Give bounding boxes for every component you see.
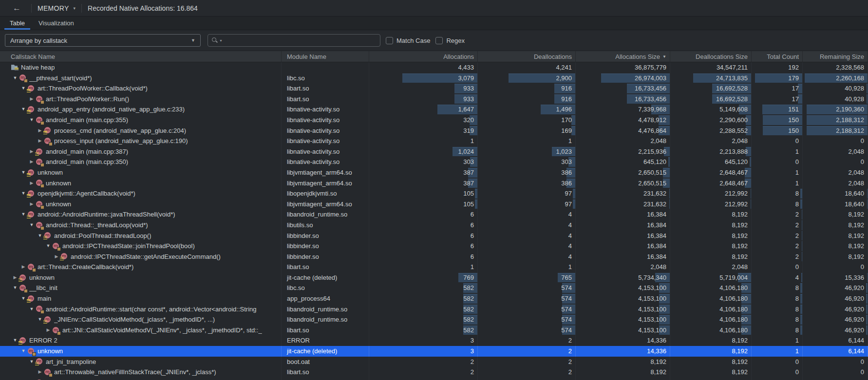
table-row-art-quick-to-interpreter-bridg[interactable]: ▶art_quick_to_interpreter_bridgelibart.s… xyxy=(0,378,868,380)
tree-expand-icon[interactable]: ▼ xyxy=(19,346,27,357)
tree-expand-icon[interactable]: ▼ xyxy=(28,115,36,126)
tree-expand-icon[interactable]: ▼ xyxy=(19,209,27,220)
tree-collapse-icon[interactable]: ▶ xyxy=(53,252,60,262)
value-cell: 320 xyxy=(369,115,478,126)
table-row-art-jni-trampoline[interactable]: ▼art_jni_trampolineboot.oat228,1928,1920… xyxy=(0,357,868,367)
value-cell: 5,734,340 xyxy=(576,272,670,283)
table-row-android-androidruntime-start-c[interactable]: ▼android::AndroidRuntime::start(char con… xyxy=(0,304,868,315)
tree-expand-icon[interactable]: ▼ xyxy=(36,231,44,241)
table-row-android-app-entry-android-nati[interactable]: ▼android_app_entry (android_native_app_g… xyxy=(0,104,868,115)
tree-expand-icon[interactable]: ▼ xyxy=(28,220,36,231)
table-row-android-thread-threadloop-void[interactable]: ▼android::Thread::_threadLoop(void*)libu… xyxy=(0,220,868,231)
column-header-remaining-size[interactable]: Remaining Size xyxy=(803,51,868,62)
value-cell: 0 xyxy=(752,367,803,378)
table-row-android-poolthread-threadloop[interactable]: ▼android::PoolThread::threadLoop()libbin… xyxy=(0,231,868,241)
column-header-module-name[interactable]: Module Name xyxy=(282,51,369,62)
column-header-deallocations[interactable]: Deallocations xyxy=(478,51,576,62)
module-name: libnative-activity.so xyxy=(282,115,369,126)
value-text: 16,384 xyxy=(647,253,670,260)
tree-collapse-icon[interactable]: ▶ xyxy=(36,367,44,378)
table-row-android-main-main-cpp-387[interactable]: ▶android_main (main.cpp:387)libnative-ac… xyxy=(0,146,868,157)
allocation-method-icon xyxy=(27,295,36,303)
table-row-main[interactable]: ▼mainapp_process645825744,153,1004,106,1… xyxy=(0,293,868,304)
table-row-android-ipcthreadstate-jointhr[interactable]: ▼android::IPCThreadState::joinThreadPool… xyxy=(0,241,868,252)
table-row-pthread-start-void[interactable]: ▼__pthread_start(void*)libc.so3,0792,900… xyxy=(0,73,868,84)
tree-expand-icon[interactable]: ▼ xyxy=(11,335,19,346)
table-row-unknown[interactable]: ▼unknownjit-cache (deleted)3214,3368,192… xyxy=(0,346,868,357)
tree-expand-icon[interactable]: ▼ xyxy=(19,167,27,178)
table-row-process-input-android-native-a[interactable]: ▶process_input (android_native_app_glue.… xyxy=(0,136,868,146)
match-case-checkbox[interactable]: Match Case xyxy=(386,37,430,44)
value-cell: 97 xyxy=(478,199,576,210)
tree-collapse-icon[interactable]: ▶ xyxy=(44,325,52,336)
value-cell: 574 xyxy=(478,304,576,315)
column-header-callstack-name[interactable]: Callstack Name xyxy=(0,51,282,62)
tree-expand-icon[interactable]: ▼ xyxy=(11,73,19,84)
arrange-by-dropdown[interactable]: Arrange by callstack ▼ xyxy=(5,34,201,47)
table-row-art-threadpoolworker-callback-[interactable]: ▼art::ThreadPoolWorker::Callback(void*)l… xyxy=(0,83,868,94)
session-title[interactable]: MEMORY xyxy=(38,4,69,12)
table-row-unknown[interactable]: ▶unknownjit-cache (deleted)7697655,734,3… xyxy=(0,272,868,283)
value-text: 4,153,100 xyxy=(638,316,670,323)
tree-collapse-icon[interactable]: ▶ xyxy=(36,126,44,136)
back-icon[interactable]: ← xyxy=(13,3,25,13)
search-options-caret-icon[interactable]: ▼ xyxy=(219,39,223,42)
table-row-unknown[interactable]: ▶unknownlibjvmtiagent_arm64.so3873862,65… xyxy=(0,178,868,189)
tree-collapse-icon[interactable]: ▶ xyxy=(19,262,27,272)
tree-expand-icon[interactable]: ▼ xyxy=(19,104,27,115)
module-name: libjvmtiagent_arm64.so xyxy=(282,199,369,210)
table-row-process-cmd-android-native-app[interactable]: ▶process_cmd (android_native_app_glue.c:… xyxy=(0,126,868,136)
tree-expand-icon[interactable]: ▼ xyxy=(19,293,27,304)
table-row-unknown[interactable]: ▼unknownlibjvmtiagent_arm64.so3873862,65… xyxy=(0,167,868,178)
table-row-error-2[interactable]: ▼ERROR 2ERROR3214,3368,19216,144 xyxy=(0,335,868,346)
value-cell: 2,188,312 xyxy=(803,126,868,136)
value-cell: 8 xyxy=(752,304,803,315)
column-header-label: Total Count xyxy=(767,53,799,60)
table-row-art-thread-createcallback-void[interactable]: ▶art::Thread::CreateCallback(void*)libar… xyxy=(0,262,868,272)
column-header-allocations[interactable]: Allocations xyxy=(369,51,478,62)
checkbox-icon xyxy=(435,37,443,44)
value-text: 15,336 xyxy=(845,274,868,281)
tree-expand-icon[interactable]: ▼ xyxy=(28,357,36,367)
tree-expand-icon[interactable]: ▼ xyxy=(36,314,44,325)
table-row-art-throwable-nativefillinstac[interactable]: ▶art::Throwable_nativeFillInStackTrace(_… xyxy=(0,367,868,378)
value-text: 3,079 xyxy=(458,74,477,82)
table-row-android-androidruntime-javathr[interactable]: ▼android::AndroidRuntime::javaThreadShel… xyxy=(0,209,868,220)
tree-expand-icon[interactable]: ▼ xyxy=(28,304,36,315)
regex-checkbox[interactable]: Regex xyxy=(435,37,465,44)
value-cell: 16,384 xyxy=(576,241,670,252)
value-text: 4,433 xyxy=(458,64,477,71)
column-header-total-count[interactable]: Total Count xyxy=(752,51,803,62)
tree-expand-icon[interactable]: ▼ xyxy=(11,283,19,293)
table-row-art-jni-callstaticvoidmethodv-[interactable]: ▶art::JNI::CallStaticVoidMethodV(_JNIEnv… xyxy=(0,325,868,336)
table-row-libc-init[interactable]: ▼__libc_initlibc.so5825744,153,1004,106,… xyxy=(0,283,868,293)
tree-collapse-icon[interactable]: ▶ xyxy=(36,136,44,146)
table-row-openjdkjvmti-agentcallback-voi[interactable]: ▼openjdkjvmti::AgentCallback(void*)libop… xyxy=(0,188,868,199)
table-row-art-threadpoolworker-run[interactable]: ▶art::ThreadPoolWorker::Run()libart.so93… xyxy=(0,94,868,105)
table-row-android-ipcthreadstate-getande[interactable]: ▶android::IPCThreadState::getAndExecuteC… xyxy=(0,252,868,262)
tree-collapse-icon[interactable]: ▶ xyxy=(28,178,36,189)
tree-expand-icon[interactable]: ▼ xyxy=(19,188,27,199)
tree-collapse-icon[interactable]: ▶ xyxy=(28,146,36,157)
tree-collapse-icon[interactable]: ▶ xyxy=(28,199,36,210)
tree-collapse-icon[interactable]: ▶ xyxy=(28,378,36,380)
table-row-jnienv-callstaticvoidmethod-jc[interactable]: ▼_JNIEnv::CallStaticVoidMethod(_jclass*,… xyxy=(0,314,868,325)
column-header-deallocations-size[interactable]: Deallocations Size xyxy=(670,51,752,62)
tab-visualization[interactable]: Visualization xyxy=(32,17,81,30)
value-text: 574 xyxy=(561,316,575,323)
search-input[interactable]: ▼ xyxy=(208,34,380,47)
tree-collapse-icon[interactable]: ▶ xyxy=(28,94,36,105)
tree-collapse-icon[interactable]: ▶ xyxy=(28,157,36,167)
column-header-allocations-size[interactable]: Allocations Size▼ xyxy=(576,51,670,62)
tree-expand-icon[interactable]: ▼ xyxy=(44,241,52,252)
value-text: 2,048 xyxy=(848,148,868,155)
chevron-down-icon[interactable]: ▾ xyxy=(74,6,76,11)
table-row-unknown[interactable]: ▶unknownlibjvmtiagent_arm64.so10597231,6… xyxy=(0,199,868,210)
tab-table[interactable]: Table xyxy=(3,17,32,30)
tree-collapse-icon[interactable]: ▶ xyxy=(11,272,19,283)
value-text: 170 xyxy=(561,116,575,124)
table-row-native-heap[interactable]: Native heap4,4334,24136,875,77934,547,21… xyxy=(0,62,868,73)
tree-expand-icon[interactable]: ▼ xyxy=(19,83,27,94)
table-row-android-main-main-cpp-350[interactable]: ▶android_main (main.cpp:350)libnative-ac… xyxy=(0,157,868,167)
table-row-android-main-main-cpp-355[interactable]: ▼android_main (main.cpp:355)libnative-ac… xyxy=(0,115,868,126)
